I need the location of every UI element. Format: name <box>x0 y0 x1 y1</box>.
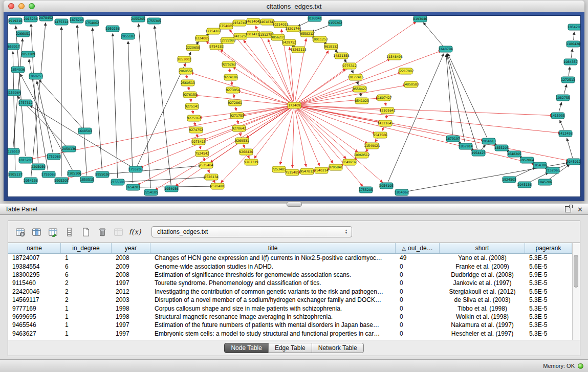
graph-node[interactable]: 1654203 <box>126 184 140 190</box>
graph-node[interactable]: 12217987 <box>398 68 414 74</box>
column-header-pagerank[interactable]: pagerank <box>525 243 572 253</box>
graph-node[interactable]: 2152065 <box>546 167 560 173</box>
graph-node[interactable]: 1857914 <box>459 143 473 149</box>
graph-node[interactable]: 1854205 <box>568 24 581 30</box>
graph-node[interactable]: 1960253 <box>29 73 43 79</box>
graph-node[interactable]: 8193041 <box>308 16 322 21</box>
graph-node[interactable]: 13201744 <box>285 26 301 32</box>
graph-node[interactable]: 1924503 <box>502 177 516 183</box>
graph-node[interactable]: 1082755 <box>556 95 570 101</box>
graph-node[interactable]: 9269531 <box>235 138 249 144</box>
graph-node[interactable]: 1854306 <box>533 162 547 168</box>
graph-node[interactable]: 9558212 <box>300 31 314 37</box>
graph-node[interactable]: 1905205 <box>54 178 69 184</box>
graph-node[interactable]: 1679197 <box>446 136 460 142</box>
graph-node[interactable]: 1415935 <box>551 113 565 119</box>
graph-node[interactable]: 9273954 <box>226 87 240 93</box>
table-selector-dropdown[interactable]: citations_edges.txt ▲ ▼ <box>151 226 352 237</box>
panel-drag-handle[interactable] <box>287 202 302 207</box>
graph-node[interactable]: 8549232 <box>342 159 357 165</box>
graph-node[interactable]: 7253405 <box>272 166 286 172</box>
graph-node[interactable]: 13262115 <box>290 47 307 53</box>
graph-node[interactable]: 1855205 <box>494 145 509 151</box>
table-row[interactable]: 946362711997Embryonic stem cells: a mode… <box>8 330 572 338</box>
table-row[interactable]: 1830029562008Estimation of significance … <box>8 271 572 279</box>
graph-node[interactable]: 9618132 <box>324 43 338 50</box>
graph-node[interactable]: 1845206 <box>538 179 552 185</box>
graph-node[interactable]: 7525484 <box>199 162 213 168</box>
graph-node[interactable]: 1648205 <box>507 151 521 157</box>
table-row[interactable]: 1872400712008Changes of HCN gene express… <box>8 254 572 262</box>
graph-node[interactable]: 2055205 <box>131 16 145 22</box>
graph-node[interactable]: 7526491 <box>210 183 225 189</box>
graph-node[interactable]: 9775312 <box>342 63 357 69</box>
graph-node[interactable]: 2060559 <box>179 68 193 74</box>
column-header-in_degree[interactable]: in_degree <box>61 243 112 253</box>
graph-node[interactable]: 1919216 <box>8 18 23 24</box>
minimize-window-button[interactable] <box>18 3 25 9</box>
graph-node[interactable]: 1878203 <box>70 17 84 23</box>
graph-node[interactable]: 2220658 <box>186 45 200 51</box>
graph-node[interactable]: 8541023 <box>355 98 369 104</box>
graph-node[interactable]: 10177415 <box>347 74 364 80</box>
graph-node[interactable]: 11548498 <box>386 54 403 60</box>
graph-node[interactable]: 8754085 <box>219 23 233 29</box>
zoom-window-button[interactable] <box>29 3 35 9</box>
tab-network-table[interactable]: Network Table <box>312 343 364 353</box>
graph-node[interactable]: 1755205 <box>359 187 373 193</box>
graph-node[interactable]: 2205059 <box>31 164 46 170</box>
float-panel-icon[interactable] <box>565 206 571 212</box>
graph-node[interactable]: 1412493 <box>558 130 573 137</box>
vertical-scrollbar[interactable] <box>572 243 580 340</box>
graph-node[interactable]: 1272513 <box>561 77 575 83</box>
graph-node[interactable]: 1755203 <box>128 166 143 172</box>
graph-node[interactable]: 9268420 <box>239 149 253 155</box>
graph-node[interactable]: 11607427 <box>376 95 392 101</box>
graph-node[interactable]: 11549021 <box>364 143 380 149</box>
column-header-year[interactable]: year <box>112 243 150 253</box>
graph-node[interactable]: 1752063 <box>47 154 61 160</box>
graph-node[interactable]: 10011253 <box>312 36 328 42</box>
graph-node[interactable]: 1955026 <box>95 171 110 178</box>
graph-node[interactable]: 9272861 <box>228 100 242 106</box>
graph-node[interactable]: 1648503 <box>78 128 92 134</box>
graph-node[interactable]: 2305106 <box>67 170 81 177</box>
table-row[interactable]: 2242004622012Investigating the contribut… <box>8 288 572 296</box>
graph-node[interactable]: 2054613 <box>482 138 496 144</box>
tab-node-table[interactable]: Node Table <box>224 343 269 353</box>
graph-node[interactable]: 2126510 <box>8 148 20 155</box>
graph-node[interactable]: 9547812 <box>300 168 314 174</box>
graph-node[interactable]: 12101642 <box>379 107 396 114</box>
graph-node[interactable]: 1954036 <box>164 186 179 192</box>
graph-node[interactable]: 12722083 <box>220 37 236 43</box>
graph-node[interactable]: 8795841 <box>329 164 343 170</box>
graph-node[interactable]: 2050136 <box>62 146 76 152</box>
graph-node[interactable]: 7526134 <box>204 174 219 180</box>
graph-node[interactable]: 9275162 <box>187 115 201 121</box>
graph-node[interactable]: 8429752 <box>282 39 296 46</box>
column-header-name[interactable]: name <box>8 243 61 253</box>
delete-table-button[interactable] <box>95 225 109 239</box>
graph-node[interactable]: 1850515 <box>80 177 94 183</box>
graph-node[interactable]: 1954425 <box>471 150 486 156</box>
graph-node[interactable]: 9270642 <box>232 125 246 132</box>
function-builder-button[interactable]: f(x) <box>128 225 142 239</box>
row-height-button[interactable] <box>62 225 76 239</box>
scrollbar-thumb[interactable] <box>574 255 578 288</box>
graph-node[interactable]: 1186420 <box>566 41 580 47</box>
column-header-title[interactable]: title <box>150 243 396 253</box>
graph-node[interactable]: 2015236 <box>24 16 38 22</box>
table-row[interactable]: 977716911998Corpus callosum shape and si… <box>8 304 572 312</box>
graph-node[interactable]: 12754161 <box>205 28 222 34</box>
graph-node[interactable]: 2045136 <box>517 182 532 188</box>
table-row[interactable]: 1938455462009Genome-wide association stu… <box>8 262 572 270</box>
graph-node[interactable]: 7540214 <box>314 167 329 173</box>
graph-node[interactable]: 2053109 <box>21 51 35 57</box>
graph-node[interactable]: 2560513 <box>181 80 195 86</box>
graph-node[interactable]: 8193046 <box>413 16 427 22</box>
graph-node[interactable]: 1854062 <box>395 189 409 195</box>
graph-node[interactable]: 2054136 <box>24 178 38 184</box>
graph-node[interactable]: 1475314 <box>54 19 69 25</box>
column-header-short[interactable]: short <box>440 243 525 253</box>
graph-node[interactable]: 1757312 <box>18 100 33 106</box>
